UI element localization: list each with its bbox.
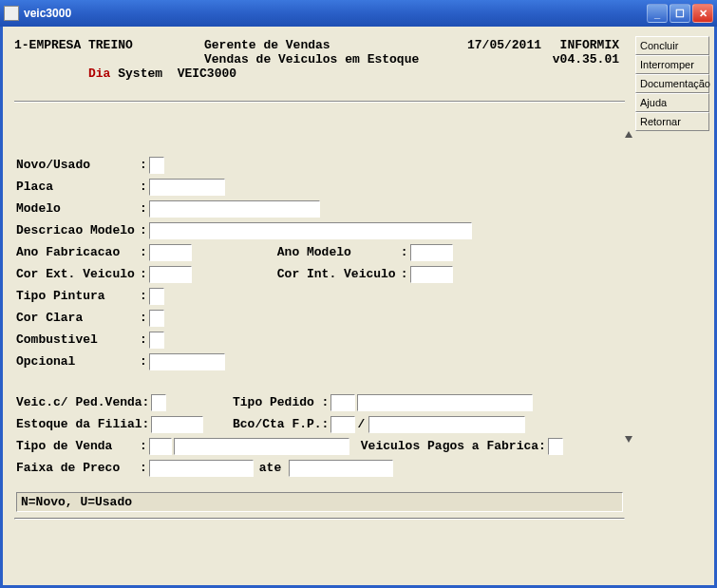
cor-clara-field[interactable] — [149, 310, 164, 327]
cor-clara-label: Cor Clara — [16, 311, 140, 325]
dia-label: Dia — [88, 66, 110, 81]
cor-int-field[interactable] — [410, 266, 453, 283]
tipo-venda-field-b[interactable] — [174, 438, 349, 455]
combustivel-label: Combustivel — [16, 332, 140, 347]
app-icon — [4, 6, 19, 21]
company-label: 1-EMPRESA TREINO — [14, 38, 204, 52]
tipo-venda-field-a[interactable] — [149, 438, 172, 455]
faixa-preco-label: Faixa de Preco — [16, 461, 140, 475]
novo-usado-label: Novo/Usado — [16, 158, 140, 172]
veic-pagos-label: Veiculos Pagos a Fabrica: — [361, 439, 546, 453]
modelo-field[interactable] — [149, 200, 320, 218]
placa-field[interactable] — [149, 179, 225, 196]
close-button[interactable]: ✕ — [692, 4, 713, 23]
faixa-de-field[interactable] — [149, 460, 254, 477]
ate-label: ate — [254, 461, 287, 475]
ano-modelo-label: Ano Modelo — [277, 245, 401, 259]
title-bar: veic3000 _ ☐ ✕ — [0, 0, 717, 27]
date-label: 17/05/2011 — [451, 38, 541, 52]
bottom-separator — [14, 518, 625, 520]
db-label: INFORMIX — [541, 38, 625, 52]
cor-ext-field[interactable] — [149, 266, 192, 283]
descricao-modelo-field[interactable] — [149, 222, 472, 239]
ajuda-button[interactable]: Ajuda — [635, 93, 709, 112]
bco-cta-label: Bco/Cta F.P.: — [233, 417, 329, 431]
cor-int-label: Cor Int. Veiculo — [277, 267, 401, 281]
modelo-label: Modelo — [16, 201, 140, 216]
role-label: Gerente de Vendas — [204, 38, 451, 52]
ano-fabricacao-field[interactable] — [149, 244, 192, 261]
tipo-pintura-field[interactable] — [149, 288, 164, 305]
tipo-pedido-field-b[interactable] — [357, 394, 533, 411]
bco-field[interactable] — [330, 416, 355, 433]
header: 1-EMPRESA TREINO Gerente de Vendas 17/05… — [9, 32, 631, 97]
separator — [14, 101, 625, 103]
ano-fabricacao-label: Ano Fabricacao — [16, 245, 140, 259]
slash-separator: / — [355, 417, 367, 431]
opcional-field[interactable] — [149, 353, 225, 370]
veic-ped-venda-label: Veic.c/ Ped.Venda: — [16, 395, 149, 409]
tipo-pedido-label: Tipo Pedido : — [233, 395, 329, 409]
descricao-modelo-label: Descricao Modelo — [16, 223, 140, 237]
estoque-filial-field[interactable] — [151, 416, 203, 433]
tipo-pedido-field-a[interactable] — [330, 394, 355, 411]
subtitle-label: Vendas de Veiculos em Estoque — [204, 52, 451, 95]
retornar-button[interactable]: Retornar — [635, 112, 709, 131]
status-bar: N=Novo, U=Usado — [16, 492, 623, 512]
concluir-button[interactable]: Concluir — [635, 36, 709, 55]
veic-ped-venda-field[interactable] — [151, 394, 166, 411]
veic-pagos-field[interactable] — [548, 438, 563, 455]
minimize-button[interactable]: _ — [647, 4, 668, 23]
window-title: veic3000 — [24, 7, 647, 20]
interromper-button[interactable]: Interromper — [635, 55, 709, 74]
estoque-filial-label: Estoque da Filial: — [16, 417, 149, 431]
form-area: Novo/Usado : Placa : Modelo : Descricao … — [9, 106, 631, 488]
action-sidebar: Concluir Interromper Documentação Ajuda … — [635, 36, 709, 131]
opcional-label: Opcional — [16, 354, 140, 369]
maximize-button[interactable]: ☐ — [670, 4, 690, 23]
tipo-venda-label: Tipo de Venda — [16, 439, 140, 453]
tipo-pintura-label: Tipo Pintura — [16, 289, 140, 303]
cor-ext-label: Cor Ext. Veiculo — [16, 267, 140, 281]
cta-field[interactable] — [368, 416, 525, 433]
combustivel-field[interactable] — [149, 332, 164, 349]
documentacao-button[interactable]: Documentação — [635, 74, 709, 93]
ano-modelo-field[interactable] — [410, 244, 453, 261]
novo-usado-field[interactable] — [149, 157, 164, 174]
faixa-ate-field[interactable] — [289, 460, 393, 477]
version-label: v04.35.01 — [541, 52, 625, 95]
placa-label: Placa — [16, 180, 140, 194]
